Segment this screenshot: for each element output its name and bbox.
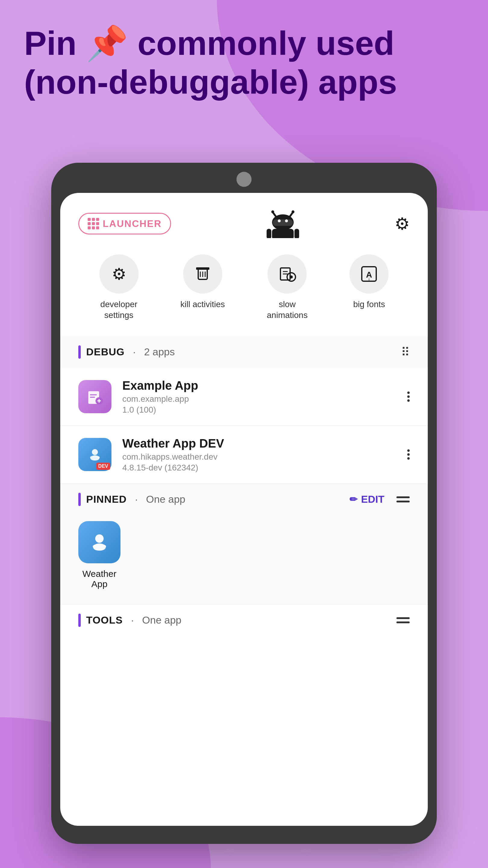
svg-point-3 <box>292 210 295 213</box>
qa-kill-activities[interactable]: kill activities <box>181 254 225 321</box>
example-app-name: Example App <box>122 379 396 393</box>
example-app-more[interactable] <box>407 392 410 402</box>
dev-badge: DEV <box>96 463 110 470</box>
pinned-indicator <box>78 493 81 506</box>
slow-animations-label: slowanimations <box>267 299 307 321</box>
settings-icon[interactable]: ⚙ <box>395 214 410 234</box>
weather-dev-app-item[interactable]: DEV Weather App DEV com.hikapps.weather.… <box>60 426 428 484</box>
app-bar: LAUNCHER <box>60 193 428 248</box>
example-app-icon <box>78 380 111 413</box>
svg-rect-7 <box>272 229 294 238</box>
svg-rect-14 <box>196 267 209 270</box>
weather-dev-app-name: Weather App DEV <box>122 437 396 450</box>
tools-count: One app <box>142 614 181 626</box>
device-camera <box>236 172 252 187</box>
pinned-section-left: PINNED · One app <box>78 493 185 506</box>
debug-section-left: DEBUG · 2 apps <box>78 345 175 359</box>
weather-app-pinned-name: WeatherApp <box>83 569 117 589</box>
tools-indicator <box>78 614 81 627</box>
qa-developer-settings[interactable]: ⚙ developersettings <box>99 254 138 321</box>
tools-hamburger-icon[interactable] <box>396 617 410 623</box>
pinned-section-header: PINNED · One app ✏ EDIT <box>60 484 428 515</box>
weather-dev-app-icon: DEV <box>78 438 111 471</box>
header-line2: (non-debuggable) apps <box>24 63 397 101</box>
edit-label: EDIT <box>361 493 384 505</box>
example-app-pkg: com.example.app <box>122 394 396 404</box>
pinned-hamburger-icon[interactable] <box>396 496 410 502</box>
svg-rect-8 <box>267 229 271 238</box>
example-app-item[interactable]: Example App com.example.app 1.0 (100) <box>60 368 428 426</box>
debug-count: 2 apps <box>144 346 175 358</box>
debug-separator: · <box>130 346 138 358</box>
weather-dev-app-info: Weather App DEV com.hikapps.weather.dev … <box>122 437 396 472</box>
pinned-apps-grid: WeatherApp <box>60 515 428 604</box>
example-app-version: 1.0 (100) <box>122 405 396 415</box>
launcher-badge[interactable]: LAUNCHER <box>78 213 171 235</box>
pinned-title: PINNED <box>86 493 127 505</box>
svg-rect-9 <box>294 229 299 238</box>
big-fonts-label: big fonts <box>353 299 385 310</box>
device-outer: LAUNCHER <box>51 163 437 844</box>
svg-rect-12 <box>272 219 293 226</box>
qa-slow-animations[interactable]: slowanimations <box>267 254 307 321</box>
header-title: Pin 📌 commonly used (non-debuggable) app… <box>24 24 464 102</box>
developer-settings-label: developersettings <box>100 299 137 321</box>
debug-grid-icon[interactable]: ⠿ <box>401 345 410 359</box>
debug-title: DEBUG <box>86 346 125 358</box>
kill-activities-label: kill activities <box>181 299 225 310</box>
quick-actions: ⚙ developersettings kill activities <box>60 248 428 336</box>
example-app-info: Example App com.example.app 1.0 (100) <box>122 379 396 415</box>
weather-dev-app-more[interactable] <box>407 450 410 460</box>
pinned-count: One app <box>146 493 185 505</box>
weather-app-pinned-icon <box>78 521 121 563</box>
tools-section-header: TOOLS · One app <box>60 604 428 636</box>
svg-point-32 <box>92 449 98 455</box>
big-fonts-icon: A i <box>350 254 389 293</box>
tools-section-left: TOOLS · One app <box>78 614 181 627</box>
tools-separator: · <box>128 614 137 626</box>
debug-section-header: DEBUG · 2 apps ⠿ <box>60 336 428 368</box>
device-wrapper: LAUNCHER <box>51 163 437 844</box>
weather-app-pinned[interactable]: WeatherApp <box>78 521 121 589</box>
pinned-separator: · <box>132 493 140 505</box>
svg-point-20 <box>290 276 293 278</box>
debug-indicator <box>78 345 81 359</box>
developer-settings-icon: ⚙ <box>99 254 138 293</box>
weather-dev-app-version: 4.8.15-dev (162342) <box>122 463 396 472</box>
header-line1: Pin 📌 commonly used <box>24 24 394 62</box>
slow-animations-icon <box>267 254 307 293</box>
tools-title: TOOLS <box>86 614 123 626</box>
header-text: Pin 📌 commonly used (non-debuggable) app… <box>24 24 464 102</box>
android-logo <box>265 208 301 239</box>
kill-activities-icon <box>183 254 222 293</box>
qa-big-fonts[interactable]: A i big fonts <box>350 254 389 321</box>
svg-point-33 <box>95 534 104 543</box>
tools-section: TOOLS · One app <box>60 604 428 636</box>
weather-dev-app-pkg: com.hikapps.weather.dev <box>122 452 396 462</box>
svg-point-2 <box>271 210 274 213</box>
launcher-grid-icon <box>88 218 99 229</box>
pinned-section: PINNED · One app ✏ EDIT <box>60 484 428 604</box>
edit-button[interactable]: ✏ EDIT <box>350 493 384 505</box>
svg-text:i: i <box>369 277 369 282</box>
edit-icon: ✏ <box>350 494 358 505</box>
device-screen: LAUNCHER <box>60 193 428 826</box>
launcher-label: LAUNCHER <box>103 218 162 229</box>
